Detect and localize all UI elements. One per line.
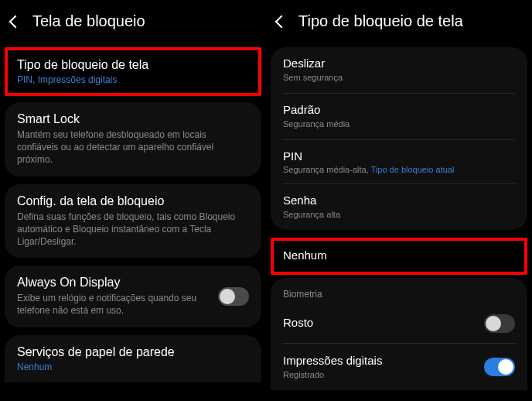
item-smart-lock[interactable]: Smart Lock Mantém seu telefone desbloque… (5, 102, 261, 177)
item-face[interactable]: Rosto (271, 304, 527, 343)
panel-lock-types: Deslizar Sem segurança Padrão Segurança … (271, 47, 527, 230)
item-title: Rosto (283, 316, 476, 329)
item-subtitle: Registrado (283, 369, 476, 381)
header: Tela de bloqueio (0, 0, 266, 47)
item-fingerprint[interactable]: Impressões digitais Registrado (271, 344, 527, 391)
screen-lock-type: Tipo de bloqueio de tela Deslizar Sem se… (266, 0, 532, 401)
item-lock-config[interactable]: Config. da tela de bloqueio Defina suas … (5, 184, 261, 259)
item-swipe[interactable]: Deslizar Sem segurança (271, 47, 527, 93)
highlight-screen-lock-type: Tipo de bloqueio de tela PIN, Impressões… (5, 47, 261, 96)
item-title: Always On Display (17, 276, 210, 290)
item-title: Deslizar (283, 57, 515, 70)
item-subtitle: Defina suas funções de bloqueio, tais co… (17, 211, 249, 248)
item-subtitle: Nenhum (17, 362, 249, 372)
item-password[interactable]: Senha Segurança alta (271, 184, 527, 230)
item-title: Senha (283, 194, 515, 207)
sub-current: Tipo de bloqueio atual (371, 165, 455, 174)
toggle-knob (220, 289, 235, 304)
sub-prefix: Segurança média-alta, (283, 165, 371, 174)
item-subtitle: Exibe um relógio e notificações quando s… (17, 292, 210, 317)
item-pattern[interactable]: Padrão Segurança média (271, 94, 527, 139)
highlight-none: Nenhum (271, 238, 527, 275)
toggle-face[interactable] (484, 314, 515, 333)
page-title: Tipo de bloqueio de tela (298, 12, 463, 30)
item-subtitle: Sem segurança (283, 72, 515, 84)
toggle-fingerprint[interactable] (484, 358, 515, 376)
screen-lockscreen-settings: Tela de bloqueio Tipo de bloqueio de tel… (0, 0, 266, 401)
panel-aod: Always On Display Exibe um relógio e not… (5, 266, 261, 327)
item-title: Config. da tela de bloqueio (17, 194, 249, 208)
back-icon[interactable] (9, 15, 22, 28)
item-title: Impressões digitais (283, 354, 476, 367)
toggle-aod[interactable] (218, 287, 249, 306)
item-subtitle: PIN, Impressões digitais (17, 74, 249, 85)
item-subtitle: Mantém seu telefone desbloqueado em loca… (17, 129, 249, 166)
item-title: PIN (283, 149, 515, 163)
page-title: Tela de bloqueio (32, 12, 145, 30)
toggle-knob (486, 316, 501, 331)
item-none[interactable]: Nenhum (283, 248, 515, 262)
item-subtitle: Segurança alta (283, 209, 515, 221)
item-title: Serviços de papel de parede (17, 345, 249, 359)
item-subtitle: Segurança média (283, 118, 515, 130)
panel-lock-options: Smart Lock Mantém seu telefone desbloque… (5, 102, 261, 177)
item-title[interactable]: Tipo de bloqueio de tela (17, 58, 249, 72)
panel-biometrics: Biometria Rosto Impressões digitais Regi… (271, 278, 527, 391)
item-title: Padrão (283, 103, 515, 116)
item-title: Smart Lock (17, 112, 249, 126)
panel-lock-config: Config. da tela de bloqueio Defina suas … (5, 184, 261, 259)
panel-wallpaper: Serviços de papel de parede Nenhum (5, 335, 261, 382)
section-header-biometrics: Biometria (271, 281, 527, 304)
back-icon[interactable] (275, 15, 288, 28)
item-always-on-display[interactable]: Always On Display Exibe um relógio e not… (5, 266, 261, 327)
item-wallpaper-services[interactable]: Serviços de papel de parede Nenhum (5, 335, 261, 382)
toggle-knob (498, 359, 513, 375)
item-pin[interactable]: PIN Segurança média-alta, Tipo de bloque… (271, 140, 527, 183)
header: Tipo de bloqueio de tela (266, 0, 532, 47)
item-subtitle: Segurança média-alta, Tipo de bloqueio a… (283, 165, 515, 174)
